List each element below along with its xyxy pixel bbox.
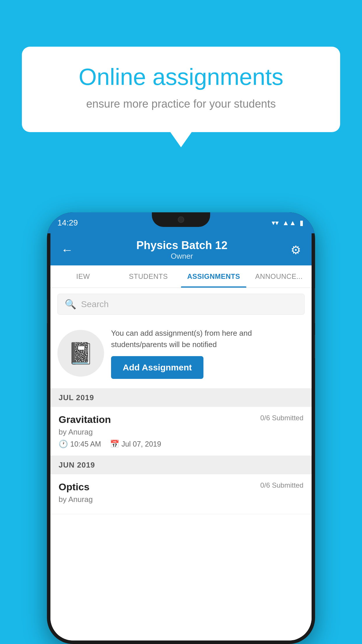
status-icons: ▾▾ ▲▲ ▮ <box>272 219 303 227</box>
app-header: ← Physics Batch 12 Owner ⚙ <box>50 233 312 265</box>
add-assignment-description: You can add assignment(s) from here and … <box>111 328 305 350</box>
add-assignment-block: 📓 You can add assignment(s) from here an… <box>50 321 312 388</box>
notebook-icon: 📓 <box>68 341 94 366</box>
wifi-icon: ▾▾ <box>272 219 279 227</box>
clock-icon: 🕐 <box>59 440 68 449</box>
search-bar[interactable]: 🔍 Search <box>57 294 305 315</box>
assignment-time: 🕐 10:45 AM <box>59 440 101 449</box>
volume-down-button <box>314 335 315 358</box>
month-header-jul: JUL 2019 <box>50 388 312 407</box>
batch-title: Physics Batch 12 <box>73 239 291 252</box>
phone-mockup: 14:29 ▾▾ ▲▲ ▮ ← Physics Batch 12 Owner ⚙… <box>47 212 315 644</box>
assignment-name: Gravitation <box>59 414 111 425</box>
tab-assignments[interactable]: ASSIGNMENTS <box>181 265 246 288</box>
assignment-name-optics: Optics <box>59 481 89 493</box>
app-screen: ← Physics Batch 12 Owner ⚙ IEW STUDENTS … <box>50 233 312 640</box>
assignment-top-row-optics: Optics 0/6 Submitted <box>59 481 303 493</box>
assignment-top-row: Gravitation 0/6 Submitted <box>59 414 303 425</box>
battery-icon: ▮ <box>300 219 303 227</box>
tab-announcements[interactable]: ANNOUNCE... <box>246 265 312 288</box>
assignment-submitted: 0/6 Submitted <box>260 414 303 422</box>
search-placeholder: Search <box>81 299 109 309</box>
assignment-meta: 🕐 10:45 AM 📅 Jul 07, 2019 <box>59 440 303 449</box>
promo-title: Online assignments <box>42 64 320 90</box>
signal-icon: ▲▲ <box>282 219 296 227</box>
header-center: Physics Batch 12 Owner <box>73 239 291 261</box>
camera <box>178 216 184 223</box>
tab-iew[interactable]: IEW <box>50 265 116 288</box>
assignment-item-gravitation[interactable]: Gravitation 0/6 Submitted by Anurag 🕐 10… <box>50 407 312 456</box>
assignment-item-optics[interactable]: Optics 0/6 Submitted by Anurag <box>50 474 312 514</box>
search-container: 🔍 Search <box>50 288 312 321</box>
power-button <box>314 288 315 323</box>
search-icon: 🔍 <box>65 299 76 310</box>
promo-card: Online assignments ensure more practice … <box>22 47 340 132</box>
assignment-date-value: Jul 07, 2019 <box>122 440 161 448</box>
volume-button <box>47 300 48 323</box>
assignment-by-optics: by Anurag <box>59 495 303 504</box>
settings-button[interactable]: ⚙ <box>291 243 301 257</box>
assignment-date: 📅 Jul 07, 2019 <box>110 440 161 449</box>
tab-students[interactable]: STUDENTS <box>116 265 181 288</box>
add-assignment-right: You can add assignment(s) from here and … <box>111 328 305 379</box>
assignment-time-value: 10:45 AM <box>70 440 101 448</box>
assignment-submitted-optics: 0/6 Submitted <box>260 481 303 489</box>
add-assignment-button[interactable]: Add Assignment <box>111 356 203 379</box>
status-time: 14:29 <box>57 218 78 228</box>
tabs-bar: IEW STUDENTS ASSIGNMENTS ANNOUNCE... <box>50 265 312 288</box>
promo-subtitle: ensure more practice for your students <box>42 96 320 112</box>
month-header-jun: JUN 2019 <box>50 456 312 474</box>
calendar-icon: 📅 <box>110 440 119 449</box>
assignment-by: by Anurag <box>59 428 303 437</box>
assignment-icon-container: 📓 <box>57 330 104 377</box>
batch-role: Owner <box>73 252 291 261</box>
back-button[interactable]: ← <box>61 244 73 256</box>
content-area: 🔍 Search 📓 You can add assignment(s) fro… <box>50 288 312 640</box>
phone-notch <box>152 212 210 227</box>
